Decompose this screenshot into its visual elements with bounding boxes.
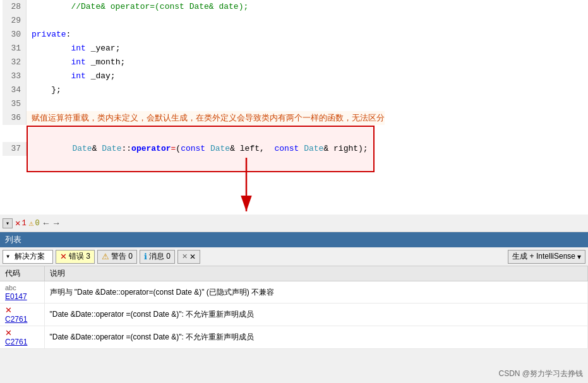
warning-btn-label: 警告 0 bbox=[111, 251, 133, 262]
line-number-32: 32 bbox=[3, 56, 27, 69]
row3-desc: "Date &Date::operator =(const Date &)": … bbox=[44, 326, 588, 349]
line-content-31: int _year; bbox=[27, 42, 120, 56]
info-btn-icon: ℹ bbox=[144, 252, 147, 261]
error-list-title: 列表 bbox=[5, 234, 21, 245]
line-number-35: 35 bbox=[3, 97, 27, 111]
line-content-34: }; bbox=[27, 83, 61, 97]
line-content-37: Date& Date::operator=(const Date& left, … bbox=[27, 126, 375, 172]
line-number-33: 33 bbox=[3, 69, 27, 83]
line-content-36: 赋值运算符重载，类内未定义，会默认生成，在类外定义会导致类内有两个一样的函数，无… bbox=[27, 111, 385, 125]
info-button[interactable]: ℹ 消息 0 bbox=[140, 250, 175, 264]
line-number-30: 30 bbox=[3, 28, 27, 42]
code-line-29: 29 bbox=[0, 14, 588, 28]
filter-btn-label: ✕ bbox=[189, 252, 196, 261]
solution-dropdown[interactable]: ▾ 解决方案 bbox=[3, 250, 53, 264]
row3-icon: ✕ bbox=[5, 328, 12, 338]
line-content-30: private: bbox=[27, 28, 71, 42]
table-row[interactable]: abc E0147 声明与 "Date &Date::operator=(con… bbox=[0, 281, 588, 303]
line-number-28: 28 bbox=[3, 0, 27, 14]
code-line-37: 37 Date& Date::operator=(const Date& lef… bbox=[0, 125, 588, 173]
error-icon: ✕ bbox=[15, 218, 20, 228]
nav-dropdown[interactable]: ▾ bbox=[3, 218, 13, 228]
line-number-31: 31 bbox=[3, 42, 27, 56]
table-row[interactable]: ✕ C2761 "Date &Date::operator =(const Da… bbox=[0, 303, 588, 326]
row3-code-link[interactable]: C2761 bbox=[5, 338, 27, 346]
toolbar-row: ▾ 解决方案 ✕ 错误 3 ⚠ 警告 0 ℹ 消息 0 ✕ ✕ 生成 + Int… bbox=[0, 247, 588, 266]
code-line-28: 28 //Date& operator=(const Date& date); bbox=[0, 0, 588, 14]
row3-code: ✕ C2761 bbox=[0, 326, 44, 349]
code-line-31: 31 int _year; bbox=[0, 42, 588, 56]
row1-code: abc E0147 bbox=[0, 281, 44, 303]
code-line-35: 35 bbox=[0, 97, 588, 111]
error-table: 代码 说明 abc E0147 声明与 "Date &Date::operato… bbox=[0, 266, 588, 349]
error-btn-label: 错误 3 bbox=[69, 251, 90, 262]
col-header-desc: 说明 bbox=[44, 266, 588, 281]
code-editor: 28 //Date& operator=(const Date& date); … bbox=[0, 0, 588, 215]
solution-label: ▾ 解决方案 bbox=[6, 251, 45, 262]
row2-desc: "Date &Date::operator =(const Date &)": … bbox=[44, 303, 588, 326]
error-badge: ✕ 1 bbox=[15, 218, 27, 228]
line-content-33: int _day; bbox=[27, 69, 116, 83]
build-btn-label: 生成 + IntelliSense bbox=[512, 251, 575, 262]
warning-count: 0 bbox=[35, 219, 39, 228]
row1-desc: 声明与 "Date &Date::operator=(const Date &)… bbox=[44, 281, 588, 303]
row1-code-link[interactable]: E0147 bbox=[5, 292, 27, 301]
code-lines: 28 //Date& operator=(const Date& date); … bbox=[0, 0, 588, 173]
col-header-code: 代码 bbox=[0, 266, 44, 281]
warning-btn-icon: ⚠ bbox=[102, 252, 109, 261]
row2-code-link[interactable]: C2761 bbox=[5, 315, 27, 324]
line-number-37: 37 bbox=[3, 142, 27, 156]
line-number-29: 29 bbox=[3, 14, 27, 28]
error-list-header: 列表 bbox=[0, 232, 588, 247]
table-row[interactable]: ✕ C2761 "Date &Date::operator =(const Da… bbox=[0, 326, 588, 349]
code-line-32: 32 int _month; bbox=[0, 56, 588, 69]
row1-icon: abc bbox=[5, 284, 16, 292]
line-content-28: //Date& operator=(const Date& date); bbox=[27, 0, 248, 14]
code-line-36: 36 赋值运算符重载，类内未定义，会默认生成，在类外定义会导致类内有两个一样的函… bbox=[0, 111, 588, 125]
row2-code: ✕ C2761 bbox=[0, 303, 44, 326]
line-content-32: int _month; bbox=[27, 56, 125, 69]
line-number-34: 34 bbox=[3, 83, 27, 97]
error-count: 1 bbox=[21, 219, 26, 228]
row2-icon: ✕ bbox=[5, 305, 12, 315]
warning-button[interactable]: ⚠ 警告 0 bbox=[97, 250, 137, 264]
bottom-panel: ▾ ✕ 1 ⚠ 0 ← → 列表 ▾ 解决方案 ✕ 错误 3 ⚠ 警告 0 ℹ … bbox=[0, 215, 588, 383]
code-line-34: 34 }; bbox=[0, 83, 588, 97]
build-button[interactable]: 生成 + IntelliSense ▾ bbox=[508, 250, 585, 264]
error-btn-icon: ✕ bbox=[60, 252, 67, 261]
table-header-row: 代码 说明 bbox=[0, 266, 588, 281]
warning-badge: ⚠ 0 bbox=[29, 218, 40, 228]
nav-arrow-left[interactable]: ← bbox=[42, 218, 50, 228]
code-line-30: 30 private: bbox=[0, 28, 588, 42]
filter-button[interactable]: ✕ ✕ bbox=[177, 250, 200, 264]
code-line-33: 33 int _day; bbox=[0, 69, 588, 83]
line-number-36: 36 bbox=[3, 111, 27, 125]
nav-arrow-right[interactable]: → bbox=[52, 218, 60, 228]
filter-btn-icon: ✕ bbox=[182, 252, 188, 261]
warning-icon: ⚠ bbox=[29, 218, 34, 228]
nav-bar: ▾ ✕ 1 ⚠ 0 ← → bbox=[0, 215, 588, 232]
info-btn-label: 消息 0 bbox=[149, 251, 171, 262]
error-button[interactable]: ✕ 错误 3 bbox=[56, 250, 95, 264]
build-dropdown-icon: ▾ bbox=[577, 252, 581, 261]
